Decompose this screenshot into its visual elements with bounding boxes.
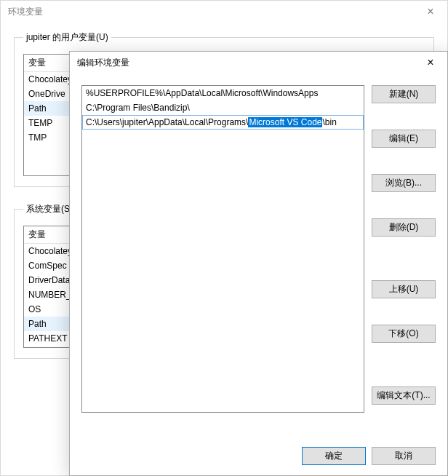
- delete-button[interactable]: 删除(D): [372, 218, 436, 237]
- path-list[interactable]: %USERPROFILE%\AppData\Local\Microsoft\Wi…: [81, 85, 364, 413]
- front-titlebar: 编辑环境变量 ×: [70, 52, 447, 74]
- edit-button[interactable]: 编辑(E): [372, 130, 436, 148]
- edit-text-button[interactable]: 编辑文本(T)...: [372, 386, 436, 405]
- front-window-title: 编辑环境变量: [77, 57, 129, 69]
- close-icon[interactable]: ×: [414, 1, 447, 23]
- path-button-column: 新建(N) 编辑(E) 浏览(B)... 删除(D) 上移(U) 下移(O) 编…: [372, 85, 436, 413]
- path-row[interactable]: %USERPROFILE%\AppData\Local\Microsoft\Wi…: [82, 86, 364, 100]
- path-row[interactable]: C:\Program Files\Bandizip\: [82, 100, 364, 115]
- new-button[interactable]: 新建(N): [372, 85, 436, 103]
- back-window-title: 环境变量: [8, 6, 43, 18]
- edit-env-var-dialog: 编辑环境变量 × %USERPROFILE%\AppData\Local\Mic…: [69, 51, 448, 476]
- browse-button[interactable]: 浏览(B)...: [372, 174, 436, 192]
- front-footer: 确定 取消: [302, 447, 436, 465]
- move-up-button[interactable]: 上移(U): [372, 280, 436, 298]
- close-icon[interactable]: ×: [414, 52, 447, 74]
- user-vars-group-label: jupiter 的用户变量(U): [23, 31, 111, 44]
- front-body: %USERPROFILE%\AppData\Local\Microsoft\Wi…: [70, 74, 447, 424]
- path-row[interactable]: C:\Users\jupiter\AppData\Local\Programs\…: [82, 115, 364, 130]
- cancel-button[interactable]: 取消: [372, 447, 436, 465]
- system-vars-group-label: 系统变量(S): [23, 203, 76, 215]
- back-titlebar: 环境变量 ×: [1, 1, 447, 23]
- ok-button[interactable]: 确定: [302, 447, 366, 465]
- move-down-button[interactable]: 下移(O): [372, 325, 436, 343]
